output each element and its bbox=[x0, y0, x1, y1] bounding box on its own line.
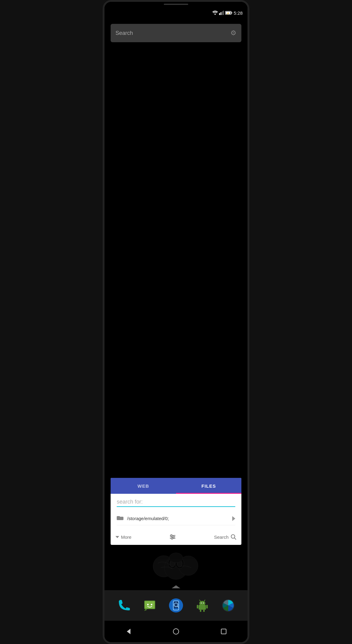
dock-prisma-app[interactable] bbox=[220, 597, 237, 614]
svg-point-27 bbox=[151, 604, 152, 605]
svg-rect-47 bbox=[221, 629, 226, 634]
svg-text:⚡: ⚡ bbox=[226, 12, 229, 15]
more-label: More bbox=[121, 534, 131, 540]
filter-sliders-icon bbox=[169, 534, 176, 540]
tab-files[interactable]: FILES bbox=[176, 478, 241, 494]
dock-messages-app[interactable] bbox=[141, 597, 158, 614]
path-text: /storage/emulated/0; bbox=[127, 516, 230, 521]
search-button[interactable]: Search bbox=[211, 532, 239, 542]
svg-point-37 bbox=[203, 603, 204, 604]
svg-point-19 bbox=[171, 535, 172, 536]
back-button[interactable] bbox=[122, 625, 134, 638]
wifi-icon bbox=[212, 11, 218, 15]
notch-area bbox=[105, 2, 248, 7]
dialog-footer: More Search bbox=[111, 529, 241, 545]
svg-rect-40 bbox=[197, 605, 198, 609]
search-input-container bbox=[117, 499, 235, 507]
tab-web[interactable]: WEB bbox=[111, 478, 176, 494]
svg-rect-3 bbox=[223, 11, 224, 15]
dialog-body: /storage/emulated/0; bbox=[111, 494, 241, 529]
status-time: 5:28 bbox=[234, 10, 243, 16]
home-button[interactable] bbox=[170, 625, 182, 638]
svg-line-23 bbox=[234, 538, 236, 539]
chevron-down-icon bbox=[116, 536, 119, 538]
svg-line-39 bbox=[204, 600, 205, 601]
dock-device-search-app[interactable] bbox=[167, 597, 185, 614]
battery-icon: ⚡ bbox=[225, 11, 233, 15]
path-expand-arrow bbox=[232, 516, 235, 521]
search-for-input[interactable] bbox=[117, 499, 235, 505]
main-content: Search ⚙ bbox=[105, 19, 248, 642]
svg-point-46 bbox=[173, 629, 179, 634]
svg-rect-31 bbox=[174, 601, 178, 608]
svg-marker-45 bbox=[127, 629, 130, 634]
notch-line bbox=[164, 4, 188, 5]
top-search-placeholder: Search bbox=[116, 30, 133, 36]
dock-android-app[interactable] bbox=[194, 597, 211, 614]
wallpaper-area: WEB FILES bbox=[105, 45, 248, 582]
settings-gear-icon[interactable]: ⚙ bbox=[230, 29, 237, 37]
svg-point-21 bbox=[171, 538, 173, 539]
search-magnifier-icon bbox=[230, 534, 237, 540]
navigation-bar bbox=[105, 621, 248, 642]
svg-point-15 bbox=[169, 553, 183, 563]
signal-icon bbox=[219, 11, 224, 15]
svg-rect-41 bbox=[206, 605, 208, 609]
svg-point-26 bbox=[147, 604, 149, 605]
svg-point-36 bbox=[201, 603, 202, 604]
recents-button[interactable] bbox=[218, 625, 230, 638]
search-label: Search bbox=[214, 534, 229, 540]
dialog-tabs: WEB FILES bbox=[111, 478, 241, 494]
svg-marker-28 bbox=[144, 609, 147, 611]
svg-point-20 bbox=[173, 536, 174, 538]
svg-point-35 bbox=[199, 601, 205, 606]
search-dialog: WEB FILES bbox=[111, 478, 241, 545]
more-button[interactable]: More bbox=[113, 533, 134, 542]
folder-icon bbox=[117, 515, 123, 522]
svg-rect-6 bbox=[231, 12, 232, 13]
path-row[interactable]: /storage/emulated/0; bbox=[117, 512, 235, 525]
top-search-bar[interactable]: Search ⚙ bbox=[111, 24, 241, 42]
filter-button[interactable] bbox=[167, 532, 178, 542]
svg-rect-43 bbox=[203, 610, 205, 612]
up-chevron-area[interactable] bbox=[105, 582, 248, 590]
svg-rect-0 bbox=[219, 13, 220, 15]
app-dock bbox=[105, 590, 248, 621]
phone-frame: ⚡ 5:28 Search ⚙ bbox=[103, 0, 249, 644]
svg-line-38 bbox=[200, 600, 200, 601]
svg-rect-1 bbox=[220, 12, 221, 15]
status-bar: ⚡ 5:28 bbox=[105, 7, 248, 19]
svg-rect-42 bbox=[200, 610, 201, 612]
dock-phone-app[interactable] bbox=[115, 597, 132, 614]
status-icons: ⚡ 5:28 bbox=[212, 10, 243, 16]
up-chevron-icon bbox=[172, 585, 180, 588]
svg-rect-2 bbox=[222, 11, 223, 15]
